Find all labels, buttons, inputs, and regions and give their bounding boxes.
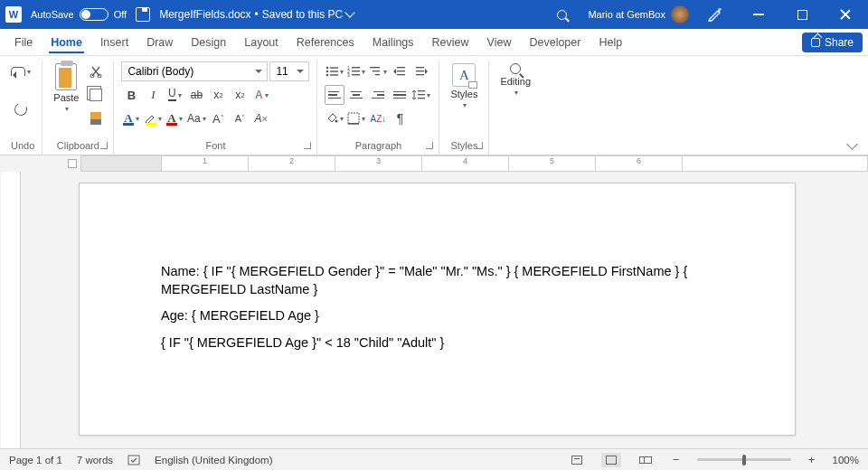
underline-button[interactable]: U▾ [165,85,184,105]
share-button[interactable]: Share [802,33,863,52]
copy-button[interactable] [86,85,106,105]
page-count[interactable]: Page 1 of 1 [9,455,62,465]
font-color-2-button[interactable]: A▾ [165,108,184,128]
align-left-button[interactable] [325,85,344,105]
repeat-button[interactable] [11,99,31,119]
font-name-select[interactable]: Calibri (Body) [121,61,268,81]
highlight-button[interactable]: ▾ [143,108,163,128]
spellcheck-button[interactable] [127,454,140,466]
collapse-ribbon-button[interactable] [848,140,857,149]
multilevel-icon [369,66,382,77]
justify-button[interactable] [390,85,410,105]
minimize-button[interactable] [741,0,776,29]
paste-button[interactable]: Paste ▾ [50,61,82,115]
styles-icon: A [452,63,476,87]
document-name: MergeIfFields.docx [159,8,250,21]
tab-mailings[interactable]: Mailings [363,29,423,55]
sort-button[interactable]: AZ↓ [368,108,388,128]
vertical-ruler[interactable] [1,172,21,448]
undo-button[interactable]: ▾ [11,61,31,81]
numbering-button[interactable]: 123▾ [346,61,366,81]
doc-line-1[interactable]: Name: { IF "{ MERGEFIELD Gender }" = "Ma… [161,263,713,298]
subscript-button[interactable]: x2 [208,85,228,105]
tab-view[interactable]: View [478,29,521,55]
page[interactable]: Name: { IF "{ MERGEFIELD Gender }" = "Ma… [79,183,796,436]
show-marks-button[interactable]: ¶ [390,108,410,128]
change-case-button[interactable]: Aa▾ [186,108,206,128]
horizontal-ruler[interactable]: 1 2 3 4 5 6 [0,155,868,172]
multilevel-list-button[interactable]: ▾ [368,61,388,81]
styles-button[interactable]: A Styles ▾ [447,61,481,111]
group-label-font: Font [121,137,309,155]
bullets-button[interactable]: ▾ [325,61,344,81]
italic-button[interactable]: I [143,85,163,105]
tab-layout[interactable]: Layout [235,29,288,55]
tab-references[interactable]: References [288,29,363,55]
user-name: Mario at GemBox [588,9,665,20]
decrease-indent-button[interactable] [390,61,410,81]
group-label-editing [496,137,534,155]
superscript-button[interactable]: x2 [230,85,250,105]
doc-line-2[interactable]: Age: { MERGEFIELD Age } [161,307,713,325]
tab-review[interactable]: Review [423,29,478,55]
editing-button[interactable]: Editing ▾ [496,61,534,99]
tab-draw[interactable]: Draw [137,29,182,55]
increase-indent-button[interactable] [411,61,431,81]
bullets-icon [326,66,338,77]
strikethrough-button[interactable]: ab [186,85,206,105]
language[interactable]: English (United Kingdom) [155,455,272,465]
cut-button[interactable] [86,61,106,81]
doc-line-3[interactable]: { IF "{ MERGEFIELD Age }" < 18 "Child" "… [161,334,713,352]
group-clipboard: Paste ▾ Clipboard [42,60,114,155]
line-spacing-button[interactable]: ▾ [411,85,431,105]
tab-design[interactable]: Design [182,29,235,55]
svg-rect-17 [397,67,405,68]
view-print-button[interactable] [601,453,621,467]
clear-formatting-button[interactable]: A⨯ [251,108,271,128]
align-center-button[interactable] [346,85,366,105]
zoom-slider[interactable] [697,458,791,461]
search-button[interactable] [544,0,579,29]
close-button[interactable] [828,0,863,29]
view-focus-button[interactable] [567,453,587,467]
tab-file[interactable]: File [5,29,42,55]
zoom-out-button[interactable]: − [670,454,683,465]
font-color-button[interactable]: A▾ [121,108,141,128]
tab-home[interactable]: Home [42,29,91,55]
shading-button[interactable]: ▾ [325,108,344,128]
save-icon[interactable] [136,7,150,22]
document-title[interactable]: MergeIfFields.docx • Saved to this PC [159,8,354,21]
document-area: Name: { IF "{ MERGEFIELD Gender }" = "Ma… [0,172,868,448]
word-logo-icon: W [5,6,22,23]
bold-button[interactable]: B [121,85,141,105]
svg-point-4 [326,70,329,73]
group-undo: ▾ Undo [4,60,42,155]
brush-icon [90,112,101,125]
shrink-font-button[interactable]: A˅ [230,108,250,128]
zoom-in-button[interactable]: + [806,454,818,465]
view-web-icon [639,456,652,464]
svg-rect-9 [352,67,360,68]
font-size-select[interactable]: 11 [269,61,309,81]
view-web-button[interactable] [636,453,656,467]
pen-input-button[interactable] [698,0,732,29]
svg-rect-14 [370,67,380,68]
tab-help[interactable]: Help [590,29,631,55]
align-right-button[interactable] [368,85,388,105]
svg-rect-24 [418,94,425,95]
autosave-toggle[interactable]: AutoSave Off [31,8,127,21]
format-painter-button[interactable] [86,108,106,128]
text-effects-button[interactable]: A▾ [251,85,271,105]
styles-label: Styles [450,89,477,99]
grow-font-button[interactable]: A˄ [208,108,228,128]
maximize-button[interactable] [785,0,819,29]
account-button[interactable]: Mario at GemBox [588,5,689,24]
tab-developer[interactable]: Developer [520,29,590,55]
svg-rect-20 [416,67,424,68]
word-count[interactable]: 7 words [77,455,113,465]
tab-insert[interactable]: Insert [91,29,137,55]
borders-button[interactable]: ▾ [346,108,366,128]
minimize-icon [753,14,764,15]
zoom-level[interactable]: 100% [833,455,859,465]
status-bar: Page 1 of 1 7 words English (United King… [0,448,868,470]
